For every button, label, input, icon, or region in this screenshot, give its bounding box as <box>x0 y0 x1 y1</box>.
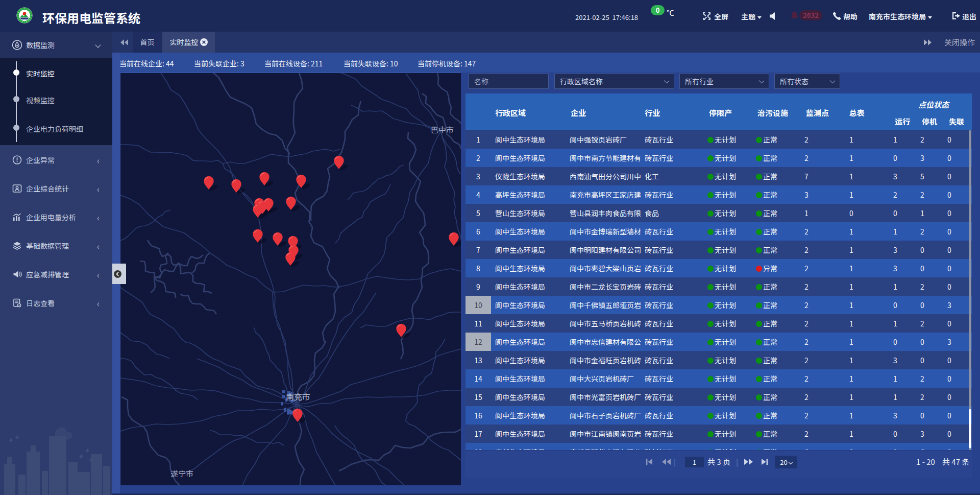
svg-text:巴中市: 巴中市 <box>431 124 454 135</box>
svg-text:南充市: 南充市 <box>286 390 310 403</box>
svg-text:遂宁市: 遂宁市 <box>170 468 193 479</box>
